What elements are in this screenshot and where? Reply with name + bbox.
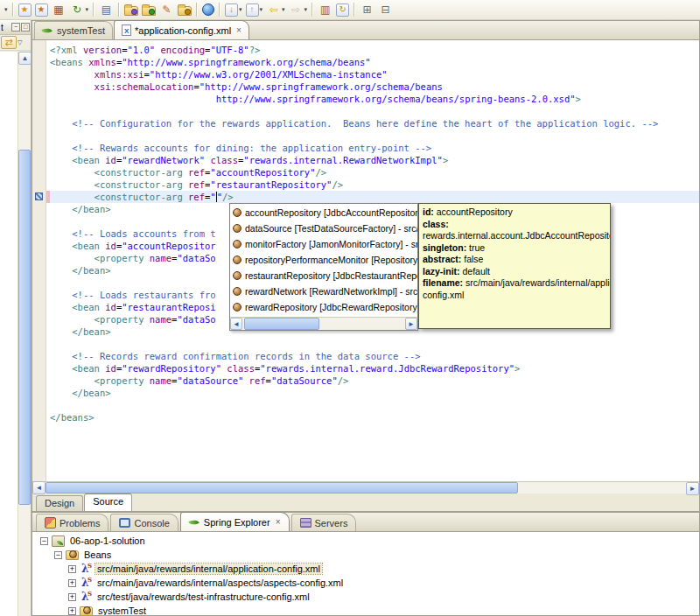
popup-item[interactable]: rewardRepository [JdbcRewardRepository] … [230, 299, 417, 315]
toolbar-overflow-chevron[interactable]: ▾ [3, 1, 9, 18]
hscrollbar-thumb[interactable] [46, 482, 518, 494]
code-line[interactable]: <constructor-arg ref="restaurantReposito… [50, 178, 699, 191]
export-folder-icon[interactable] [141, 1, 157, 18]
dropdown-caret-icon[interactable]: ▾ [282, 6, 285, 13]
code-line[interactable]: <?xml version="1.0" encoding="UTF-8"?> [50, 44, 699, 56]
spring-explorer-tree[interactable]: −06-aop-1-solution−Beans+src/main/java/r… [32, 532, 699, 615]
expand-all-icon[interactable]: ⊞ [359, 1, 375, 18]
code-line[interactable]: <!-- Configuration for the rewards appli… [50, 117, 699, 130]
code-line[interactable]: <bean id="rewardRepository" class="rewar… [50, 362, 699, 374]
dropdown-caret-icon[interactable]: ▾ [239, 6, 242, 13]
xml-file-icon [122, 24, 131, 36]
scroll-up-icon[interactable]: ▲ [18, 52, 32, 65]
code-line[interactable]: xsi:schemaLocation="http://www.springfra… [50, 80, 699, 93]
tree-expander-icon[interactable]: − [40, 537, 48, 545]
popup-scroll-right-icon[interactable]: ► [405, 318, 417, 330]
dropdown-caret-icon[interactable]: ▾ [304, 6, 308, 13]
refresh-icon[interactable]: ↻▾ [69, 1, 90, 18]
tree-row[interactable]: −06-aop-1-solution [32, 534, 699, 548]
tooltip-line: abstract: false [423, 254, 606, 266]
popup-item[interactable]: repositoryPerformanceMonitor [Repository… [230, 252, 417, 268]
tree-row[interactable]: +src/main/java/rewards/internal/aspects/… [32, 576, 699, 590]
tree-row[interactable]: −Beans [32, 548, 699, 562]
forward-arrow-icon[interactable]: ⇨▾ [288, 1, 309, 18]
popup-item[interactable]: monitorFactory [JamonMonitorFactory] - s… [230, 236, 417, 252]
code-line[interactable]: <beans xmlns="http://www.springframework… [50, 56, 699, 68]
tree-expander-icon[interactable]: − [54, 551, 62, 559]
tooltip-line: lazy-init: default [423, 266, 606, 278]
package-grid-icon[interactable]: ▦ [51, 1, 67, 18]
code-line[interactable]: <bean id="rewardNetwork" class="rewards.… [50, 154, 699, 166]
close-icon[interactable]: × [236, 26, 242, 35]
new-wizard-icon[interactable]: ★ [18, 1, 32, 18]
page-tab-design[interactable]: Design [36, 495, 83, 511]
scroll-right-icon[interactable]: ► [686, 482, 699, 495]
code-line[interactable]: xmlns:xsi="http://www.w3.org/2001/XMLSch… [50, 68, 699, 80]
refresh-config-icon[interactable]: ↻ [335, 1, 350, 18]
open-folder-icon[interactable] [177, 1, 192, 18]
tree-row[interactable]: +systemTest [32, 604, 699, 615]
bean-icon [233, 303, 242, 312]
code-line[interactable]: http://www.springframework.org/schema/be… [50, 93, 699, 105]
dropdown-caret-icon[interactable]: ▾ [260, 6, 263, 13]
annotation-ruler [32, 40, 46, 481]
tab-servers[interactable]: Servers [291, 514, 357, 531]
new-wizard-alt-icon[interactable]: ★ [34, 1, 49, 18]
code-line[interactable]: <property name="dataSource" ref="dataSou… [50, 374, 699, 387]
code-line[interactable]: <!-- Rewards accounts for dining: the ap… [50, 142, 699, 154]
left-rail-header: t − □ [0, 20, 31, 35]
code-line[interactable] [50, 130, 699, 142]
highlighter-pen-icon[interactable]: ✎ [158, 1, 175, 18]
minimize-icon[interactable]: − [11, 23, 20, 32]
tab-spring-explorer[interactable]: Spring Explorer× [180, 512, 290, 531]
servers-icon [300, 518, 312, 528]
spool-icon[interactable]: ▥ [317, 1, 333, 18]
link-with-editor-icon[interactable]: ⇄ [1, 36, 17, 49]
popup-item[interactable]: accountRepository [JdbcAccountRepository… [230, 205, 417, 220]
tab-systemtest[interactable]: systemTest [34, 21, 113, 39]
tree-row[interactable]: +src/main/java/rewards/internal/applicat… [32, 562, 699, 576]
table-wizard-icon[interactable]: ▤ [98, 1, 115, 18]
close-icon[interactable]: × [276, 518, 281, 527]
page-tab-source[interactable]: Source [84, 494, 132, 511]
code-line[interactable]: <constructor-arg ref=""/> [50, 191, 699, 203]
code-line[interactable]: <constructor-arg ref="accountRepository"… [50, 166, 699, 178]
collapse-all-icon[interactable]: ⊟ [377, 1, 394, 18]
forward-arrow-glyph: ⇨ [289, 3, 304, 18]
popup-scroll-left-icon[interactable]: ◄ [230, 318, 242, 330]
popup-item[interactable]: dataSource [TestDataSourceFactory] - src… [230, 220, 417, 236]
tree-expander-icon[interactable]: + [68, 607, 76, 615]
bean-config-icon [80, 578, 92, 589]
left-rail-scrollbar[interactable]: ▲ [18, 52, 31, 616]
code-line[interactable]: </bean> [50, 387, 699, 399]
tree-row[interactable]: +src/test/java/rewards/test-infrastructu… [32, 590, 699, 604]
scrollbar-thumb[interactable] [18, 150, 31, 505]
code-line[interactable] [50, 338, 699, 350]
dropdown-caret-icon[interactable]: ▾ [86, 6, 89, 13]
popup-item[interactable]: rewardNetwork [RewardNetworkImpl] - src/… [230, 284, 417, 299]
editor-hscrollbar[interactable]: ◄ ► [32, 481, 699, 494]
tree-expander-icon[interactable]: + [68, 565, 76, 573]
dropdown-caret-icon[interactable]: ▾ [4, 6, 8, 13]
bean-config-icon [80, 592, 92, 603]
export-config-icon[interactable]: ↑▾ [245, 1, 264, 18]
maximize-icon[interactable]: □ [21, 23, 30, 32]
tree-expander-icon[interactable]: + [68, 579, 76, 587]
code-line[interactable] [50, 105, 699, 117]
popup-scrollbar-thumb[interactable] [244, 318, 319, 330]
tree-expander-icon[interactable]: + [68, 593, 76, 601]
back-arrow-icon[interactable]: ⇦▾ [265, 1, 286, 18]
code-line[interactable]: <!-- Records reward confirmation records… [50, 350, 699, 362]
tab-application-config[interactable]: *application-config.xml× [114, 20, 249, 39]
code-line[interactable] [50, 399, 699, 411]
popup-item[interactable]: restaurantRepository [JdbcRestaurantRepo… [230, 268, 417, 284]
scroll-left-icon[interactable]: ◄ [32, 481, 46, 494]
import-folder-icon[interactable] [123, 1, 139, 18]
code-line[interactable]: </beans> [50, 411, 699, 424]
tab-console[interactable]: Console [110, 514, 178, 531]
popup-hscrollbar[interactable]: ◄ ► [230, 317, 417, 330]
import-config-icon[interactable]: ↓▾ [224, 1, 243, 18]
web-browser-icon[interactable] [201, 1, 215, 18]
view-menu-chevron-icon[interactable]: ▽ [18, 39, 22, 46]
tab-problems[interactable]: Problems [36, 514, 108, 531]
